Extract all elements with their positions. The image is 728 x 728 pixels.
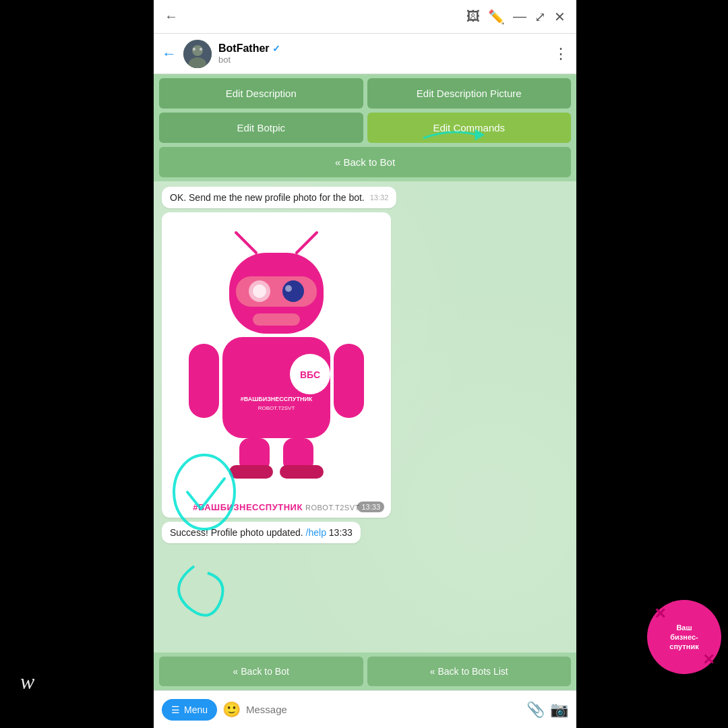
- chat-menu-icon[interactable]: ⋮: [553, 45, 568, 63]
- svg-point-10: [253, 284, 266, 298]
- pink-badge: ✕ Ваш бизнес- спутник ✕: [647, 600, 721, 674]
- badge-x-topleft: ✕: [654, 605, 666, 623]
- title-edit-icon[interactable]: ✏️: [488, 9, 505, 25]
- svg-line-6: [297, 233, 317, 253]
- msg-ok: OK. Send me the new profile photo for th…: [162, 187, 396, 208]
- msg-success-time: 13:33: [329, 527, 353, 538]
- svg-rect-13: [253, 313, 300, 326]
- robot-svg: ВБС #ВАШБИЗНЕССПУТНИК ROBOT.T2SVT: [175, 226, 377, 482]
- svg-rect-17: [189, 344, 219, 418]
- robot-caption: #ВАШБИЗНЕССПУТНИК ROBOT.T2SVT: [162, 498, 391, 518]
- chat-subtitle: bot: [218, 55, 553, 65]
- svg-rect-22: [280, 465, 324, 479]
- title-minimize-icon[interactable]: —: [513, 9, 526, 24]
- title-expand-icon[interactable]: ⤢: [535, 9, 546, 25]
- msg-ok-text: OK. Send me the new profile photo for th…: [170, 192, 365, 203]
- btn-back-to-bots-list[interactable]: « Back to Bots List: [367, 657, 572, 686]
- svg-point-4: [200, 48, 202, 51]
- avatar-inner: [183, 40, 212, 68]
- svg-point-1: [192, 45, 203, 56]
- msg-robot-image: ВБС #ВАШБИЗНЕССПУТНИК ROBOT.T2SVT: [162, 212, 391, 518]
- btn-edit-botpic[interactable]: Edit Botpic: [159, 113, 363, 143]
- chat-name: BotFather ✓: [218, 42, 553, 55]
- left-panel: [0, 0, 154, 728]
- chat-name-text: BotFather: [218, 42, 270, 55]
- title-back-icon[interactable]: ←: [164, 9, 178, 24]
- svg-point-12: [285, 285, 292, 292]
- svg-rect-21: [229, 465, 273, 479]
- watermark: w: [20, 669, 34, 694]
- title-bar: ← 🖼 ✏️ — ⤢ ✕: [154, 0, 576, 34]
- input-bar: ☰ Menu 🙂 📎 📷: [154, 690, 576, 728]
- title-bar-left: ←: [164, 9, 178, 24]
- svg-point-11: [282, 280, 304, 302]
- btn-edit-commands[interactable]: Edit Commands: [367, 113, 572, 143]
- title-bar-right: 🖼 ✏️ — ⤢ ✕: [466, 9, 566, 25]
- svg-text:ВБС: ВБС: [300, 369, 320, 380]
- menu-label: Menu: [184, 704, 208, 715]
- emoji-icon[interactable]: 🙂: [222, 701, 241, 719]
- verified-icon: ✓: [272, 43, 280, 54]
- menu-button[interactable]: ☰ Menu: [162, 699, 217, 721]
- reply-keyboard: « Back to Bot « Back to Bots List: [154, 653, 576, 690]
- btn-edit-description-picture[interactable]: Edit Description Picture: [367, 78, 572, 109]
- svg-rect-8: [236, 276, 317, 307]
- svg-text:#ВАШБИЗНЕССПУТНИК: #ВАШБИЗНЕССПУТНИК: [241, 396, 313, 402]
- avatar: [183, 40, 212, 68]
- msg-ok-time: 13:32: [370, 193, 389, 202]
- phone-window: ← 🖼 ✏️ — ⤢ ✕ ← BotFathe: [154, 0, 576, 728]
- help-link[interactable]: /help: [306, 527, 329, 538]
- svg-rect-18: [334, 344, 364, 418]
- badge-text: Ваш бизнес- спутник: [667, 620, 701, 655]
- message-input[interactable]: [246, 704, 521, 715]
- messages-list: OK. Send me the new profile photo for th…: [154, 181, 576, 549]
- menu-icon: ☰: [171, 704, 180, 715]
- camera-icon[interactable]: 📷: [550, 701, 568, 719]
- chat-back-button[interactable]: ←: [162, 45, 177, 63]
- chat-header-info: BotFather ✓ bot: [218, 42, 553, 65]
- chat-header: ← BotFather ✓ bot ⋮: [154, 34, 576, 74]
- svg-text:ROBOT.T2SVT: ROBOT.T2SVT: [258, 405, 295, 411]
- title-camera-icon[interactable]: 🖼: [466, 9, 480, 24]
- title-close-icon[interactable]: ✕: [554, 9, 566, 25]
- right-panel: ✕ Ваш бизнес- спутник ✕: [576, 0, 728, 728]
- msg-image-time: 13:33: [357, 502, 384, 512]
- btn-edit-description[interactable]: Edit Description: [159, 78, 363, 109]
- badge-x-bottomright: ✕: [702, 651, 715, 669]
- svg-line-5: [236, 233, 256, 253]
- msg-success-text: Success! Profile photo updated.: [170, 527, 303, 538]
- attach-icon[interactable]: 📎: [526, 701, 545, 719]
- svg-point-3: [193, 48, 195, 51]
- btn-back-to-bot-bottom[interactable]: « Back to Bot: [159, 657, 363, 686]
- inline-keyboard-top: Edit Description Edit Description Pictur…: [154, 74, 576, 181]
- msg-success: Success! Profile photo updated. /help 13…: [162, 522, 361, 543]
- btn-back-to-bot-top[interactable]: « Back to Bot: [159, 147, 571, 177]
- chat-body[interactable]: OK. Send me the new profile photo for th…: [154, 181, 576, 653]
- robot-illustration: ВБС #ВАШБИЗНЕССПУТНИК ROBOT.T2SVT: [162, 212, 391, 498]
